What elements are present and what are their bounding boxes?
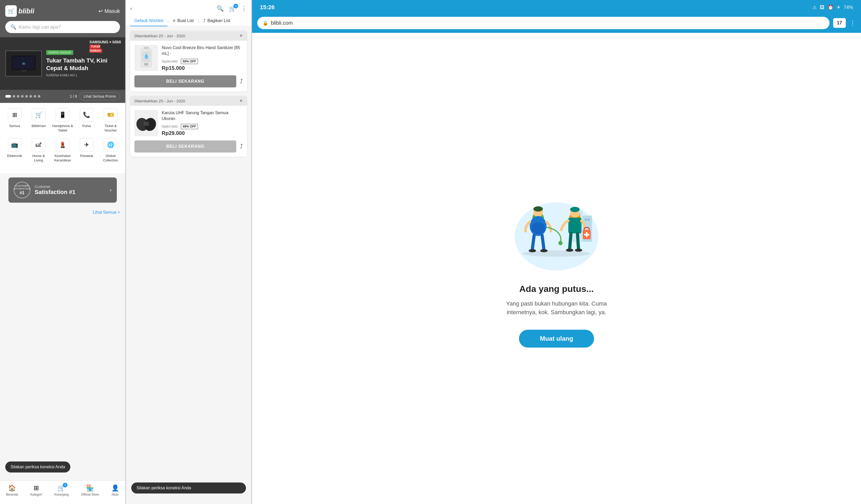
search-icon: 🔍 <box>11 24 16 30</box>
home-living-label: Home & Living <box>28 154 49 163</box>
banner-title: Tukar Tambah TV, Kini Cepat & Mudah <box>46 57 120 72</box>
more-icon[interactable]: ⋮ <box>241 5 247 12</box>
search-icon[interactable]: 🔍 <box>217 5 224 12</box>
kategori-icon: ⊞ <box>33 484 39 492</box>
dot-3 <box>17 95 19 98</box>
nav-akun[interactable]: 👤 Akun <box>111 484 119 500</box>
buy-button-2[interactable]: BELI SEKARANG <box>134 140 236 152</box>
kesehatan-label: Kesehatan Kecantikan <box>52 154 73 163</box>
buy-button-1[interactable]: BELI SEKARANG <box>134 75 236 87</box>
ticket-label: Ticket & Voucher <box>100 124 121 133</box>
back-button[interactable]: ‹ <box>130 5 132 12</box>
wishlist-item-1: Ditambahkan 25 - Jun - 2020 ✕ 💧 <box>130 31 247 92</box>
tab-default-wishlist[interactable]: Default Wishlist <box>130 16 167 26</box>
elektronik-label: Elektronik <box>7 154 22 158</box>
beranda-label: Beranda <box>6 493 18 496</box>
category-semua[interactable]: ⊞ Semua <box>4 108 25 133</box>
satisfaction-main: Satisfaction #1 <box>35 189 106 195</box>
svg-rect-36 <box>584 234 589 235</box>
alarm-icon: ⏰ <box>828 4 833 10</box>
url-bar[interactable]: 🔒 blibli.com <box>257 17 830 29</box>
product-1-image: 💧 <box>134 45 158 71</box>
search-bar[interactable]: 🔍 Kamu lagi cari apa? <box>5 21 120 33</box>
share-button-1[interactable]: ⤴ <box>240 78 243 85</box>
tab-count[interactable]: 17 <box>833 18 846 28</box>
category-pulsa[interactable]: 📞 Pulsa <box>76 108 97 133</box>
pulsa-label: Pulsa <box>82 124 91 128</box>
category-ticket[interactable]: 🎫 Ticket & Voucher <box>100 108 121 133</box>
kesehatan-icon: 💄 <box>56 138 69 152</box>
promo-page: 1 / 8 <box>70 94 77 98</box>
promo-banner[interactable]: 📺 GRATIS ONGKIR Tukar Tambah TV, Kini Ce… <box>0 37 125 90</box>
category-pesawat[interactable]: ✈ Pesawat <box>76 138 97 163</box>
product-2-image <box>134 110 158 136</box>
handphone-icon: 📱 <box>56 108 69 122</box>
lihat-semua-promo-button[interactable]: Lihat Semua Promo <box>80 92 120 100</box>
date-added-1: Ditambahkan 25 - Jun - 2020 <box>134 33 185 38</box>
logo-text: blibli <box>18 7 35 15</box>
url-text: blibli.com <box>271 20 293 26</box>
category-handphone[interactable]: 📱 Handphone & Tablet <box>52 108 73 133</box>
dot-6 <box>29 95 32 98</box>
close-icon-1[interactable]: ✕ <box>240 33 243 38</box>
share-button-2[interactable]: ⤴ <box>240 143 243 150</box>
status-icons: ⚠ 🖼 ⏰ ✈ 74% <box>812 4 853 10</box>
dot-7 <box>33 95 36 98</box>
akun-label: Akun <box>112 493 119 496</box>
masuk-button[interactable]: ↩ Masuk <box>98 8 120 14</box>
nav-keranjang[interactable]: 🛒 0 Keranjang <box>54 484 69 500</box>
category-bliblimart[interactable]: 🛒 Bliblimart <box>28 108 49 133</box>
tab-buat-list[interactable]: ≡ Buat List <box>168 16 198 26</box>
share-icon: ⤴ <box>203 18 205 23</box>
satisfaction-container: CUSTOMERSATISFACTION#1 Customer Satisfac… <box>0 173 125 207</box>
sale-price-1: Rp15.000 <box>162 65 243 71</box>
wishlist-tabs: Default Wishlist | ≡ Buat List | ⤴ Bagik… <box>130 16 247 26</box>
product-2-name: Kanzia UHF Sarung Tangan Semua Ukuran <box>162 110 243 122</box>
nav-beranda[interactable]: 🏠 Beranda <box>6 484 18 500</box>
wishlist-panel: ‹ 🔍 🛒 0 ⋮ Default Wishlist | ≡ Buat List… <box>126 0 252 504</box>
cart-badge: 0 <box>233 4 238 9</box>
global-label: Global Collection <box>100 154 121 163</box>
date-added-2: Ditambahkan 25 - Jun - 2020 <box>134 99 185 103</box>
nav-official-store[interactable]: 🏪 Official Store <box>81 484 99 500</box>
reload-button[interactable]: Muat ulang <box>519 330 594 348</box>
card-actions-2: BELI SEKARANG ⤴ <box>130 140 247 157</box>
tab-bagikan-list[interactable]: ⤴ Bagikan List <box>199 16 234 26</box>
category-kesehatan[interactable]: 💄 Kesehatan Kecantikan <box>52 138 73 163</box>
akun-icon: 👤 <box>111 484 119 492</box>
product-1: 💧 Nuvo Cool Breeze Biru Hand Sanitizer [… <box>134 45 243 71</box>
close-icon-2[interactable]: ✕ <box>240 98 243 103</box>
product-1-name: Nuvo Cool Breeze Biru Hand Sanitizer [85… <box>162 45 243 57</box>
bagikan-list-label: Bagikan List <box>207 18 230 23</box>
satisfaction-badge: CUSTOMERSATISFACTION#1 <box>14 182 30 199</box>
category-home-living[interactable]: 🛋 Home & Living <box>28 138 49 163</box>
wishlist-content: Ditambahkan 25 - Jun - 2020 ✕ 💧 <box>126 27 251 161</box>
banner-tv-image: 📺 <box>5 51 42 77</box>
category-elektronik[interactable]: 📺 Elektronik <box>4 138 25 163</box>
discount-badge-1: 50% OFF <box>181 59 198 64</box>
product-1-info: Nuvo Cool Breeze Biru Hand Sanitizer [85… <box>162 45 243 71</box>
semua-label: Semua <box>9 124 20 128</box>
original-price-1: Rp30.000 <box>162 59 178 64</box>
svg-rect-20 <box>588 219 590 221</box>
browser-menu-icon[interactable]: ⋮ <box>849 19 856 27</box>
category-global[interactable]: 🌐 Global Collection <box>100 138 121 163</box>
cart-badge: 0 <box>63 483 67 488</box>
airplane-icon: ✈ <box>837 4 840 10</box>
nav-kategori[interactable]: ⊞ Kategori <box>30 484 42 500</box>
keranjang-icon: 🛒 0 <box>57 484 65 492</box>
satisfaction-banner[interactable]: CUSTOMERSATISFACTION#1 Customer Satisfac… <box>9 177 117 203</box>
original-price-2: Rp57.000 <box>162 124 178 128</box>
wishlist-header: ‹ 🔍 🛒 0 ⋮ Default Wishlist | ≡ Buat List… <box>126 0 251 27</box>
header-icons: 🔍 🛒 0 ⋮ <box>217 5 247 12</box>
pesawat-label: Pesawat <box>80 154 93 158</box>
svg-rect-11 <box>144 122 149 126</box>
blibli-app-panel: 🛒 blibli ↩ Masuk 🔍 Kamu lagi cari apa? 📺 <box>0 0 126 504</box>
logo-icon: 🛒 <box>5 5 17 17</box>
bliblimart-icon: 🛒 <box>32 108 45 122</box>
cart-icon-container[interactable]: 🛒 0 <box>229 5 236 12</box>
lihat-semua-link[interactable]: Lihat Semua > <box>0 207 125 218</box>
error-page: Ada yang putus... Yang pasti bukan hubun… <box>252 33 861 504</box>
satisfaction-text: Customer Satisfaction #1 <box>35 185 106 195</box>
error-title: Ada yang putus... <box>519 284 593 294</box>
